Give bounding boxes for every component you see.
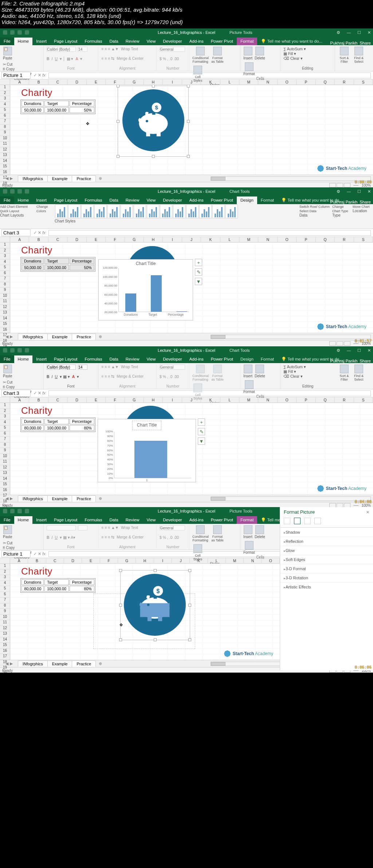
column-header[interactable]: I [163,79,182,85]
number-format-select[interactable] [160,47,185,52]
cut-button[interactable]: ✂ Cut [3,62,32,66]
change-chart-type-button[interactable]: Change Chart Type [332,204,353,213]
column-header[interactable]: B [29,397,48,402]
chart-style-thumb[interactable] [147,205,159,218]
row-header[interactable]: 4 [0,581,10,587]
tab-page-layout[interactable]: Page Layout [50,38,81,45]
row-header[interactable]: 7 [0,119,10,125]
row-header[interactable]: 17 [0,654,10,660]
row-header[interactable]: 12 [0,465,10,471]
column-header[interactable]: B [29,237,48,242]
column-header[interactable]: G [125,79,144,85]
row-header[interactable]: 12 [0,626,10,632]
format-option[interactable]: Reflection [280,537,373,546]
row-header[interactable]: 15 [0,482,10,488]
column-header[interactable]: M [226,558,244,563]
column-header[interactable]: O [262,558,280,563]
row-header[interactable]: 8 [0,443,10,448]
row-header[interactable]: 10 [0,454,10,460]
size-properties-icon[interactable] [304,518,311,524]
row-header[interactable]: 8 [0,603,10,609]
chart-elements-button[interactable]: + [195,259,202,266]
row-header[interactable]: 10 [0,615,10,620]
row-header[interactable]: 4 [0,420,10,426]
row-header[interactable]: 12 [0,147,10,153]
move-chart-button[interactable]: Move Chart [353,204,373,209]
column-header[interactable]: O [278,79,297,85]
column-header[interactable]: E [87,237,106,242]
column-header[interactable]: L [208,558,226,563]
row-header[interactable]: 11 [0,299,10,305]
column-header[interactable]: Q [316,397,335,402]
column-header[interactable]: O [278,397,297,402]
font-size-select[interactable] [78,47,87,52]
column-header[interactable]: P [297,79,315,85]
chart-style-thumb[interactable] [225,205,238,218]
column-header[interactable]: I [163,237,182,242]
bar-donations[interactable] [125,293,136,312]
column-header[interactable]: P [297,237,315,242]
column-header[interactable]: G [118,558,136,563]
column-header[interactable]: R [335,79,354,85]
add-chart-element-button[interactable]: Add Chart Element [0,204,36,209]
column-header[interactable]: J [182,237,201,242]
column-header[interactable]: G [125,237,144,242]
column-header[interactable]: E [82,558,100,563]
row-header[interactable]: 6 [0,113,10,119]
data-table[interactable]: DonationsTargetPercentage 80,000.00100,0… [20,417,95,432]
tab-powerpivot[interactable]: Power Pivot [207,38,237,45]
effects-icon[interactable] [294,518,301,524]
piggy-bank-icon[interactable]: $ [124,574,186,636]
column-header[interactable]: A [10,79,29,85]
row-header[interactable]: 14 [0,637,10,643]
sheet-tabs[interactable]: ◀ ▶ INfogrphics Example Practice ⊕ [0,175,373,182]
format-option[interactable]: Shadow [280,528,373,537]
format-option[interactable]: 3-D Format [280,564,373,573]
column-header[interactable]: B [28,558,46,563]
chart-style-thumb[interactable] [55,205,67,218]
switch-row-column-button[interactable]: Switch Row/ Column [299,204,332,209]
column-header[interactable]: N [258,397,277,402]
chart-filters-button[interactable]: ▼ [195,278,202,285]
column-header[interactable]: Q [316,237,335,242]
chart-styles-gallery[interactable] [55,204,299,219]
column-header[interactable]: N [258,79,277,85]
column-header[interactable]: J [182,79,201,85]
share-button[interactable]: Share [360,41,371,45]
row-header[interactable]: 5 [0,108,10,113]
change-colors-button[interactable]: Change Colors [36,204,55,213]
column-header[interactable]: K [190,558,208,563]
row-header[interactable]: 1 [0,85,10,91]
row-header[interactable]: 2 [0,91,10,97]
format-option[interactable]: Glow [280,546,373,555]
quick-access-toolbar[interactable] [0,189,29,194]
row-header[interactable]: 13 [0,631,10,637]
column-header[interactable]: F [106,79,125,85]
ribbon-tabs[interactable]: File Home Insert Page Layout Formulas Da… [0,195,373,204]
row-header[interactable]: 11 [0,620,10,626]
column-header[interactable]: N [244,558,262,563]
quick-access-toolbar[interactable] [0,30,29,35]
column-header[interactable]: I [163,397,182,402]
row-header[interactable]: 4 [0,102,10,108]
row-header[interactable]: 7 [0,437,10,443]
column-header[interactable]: E [87,79,106,85]
column-header[interactable]: F [106,397,125,402]
font-family-select[interactable] [47,47,76,52]
row-headers[interactable]: 1234567891011121314151617181920212223 [0,85,10,175]
column-header[interactable]: E [87,397,106,402]
chart-style-thumb[interactable] [94,205,107,218]
column-header[interactable]: L [220,237,239,242]
column-header[interactable]: F [106,237,125,242]
row-header[interactable]: 16 [0,649,10,654]
column-header[interactable]: H [144,79,163,85]
row-header[interactable]: 5 [0,586,10,592]
column-header[interactable]: D [67,397,86,402]
row-header[interactable]: 9 [0,448,10,454]
window-controls[interactable]: ⚙—☐✕ [337,189,371,194]
column-header[interactable]: Q [316,79,335,85]
row-header[interactable]: 16 [0,488,10,494]
copy-button[interactable]: ⎘ Copy [3,67,32,71]
sheet-tab-practice[interactable]: Practice [72,175,96,182]
column-header[interactable]: P [297,397,315,402]
